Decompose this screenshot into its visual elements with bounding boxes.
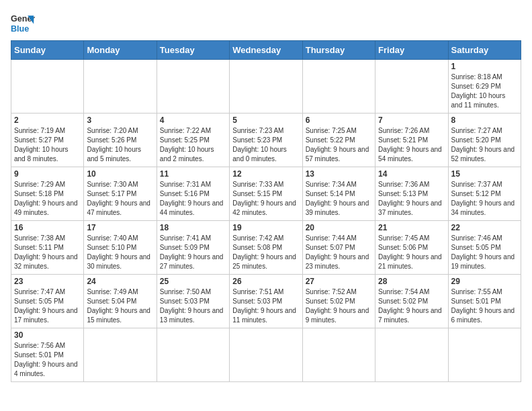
- calendar-body: 1Sunrise: 8:18 AM Sunset: 6:29 PM Daylig…: [11, 60, 521, 382]
- day-info: Sunrise: 7:51 AM Sunset: 5:03 PM Dayligh…: [232, 287, 299, 325]
- calendar-week-row: 9Sunrise: 7:29 AM Sunset: 5:18 PM Daylig…: [11, 167, 521, 221]
- day-info: Sunrise: 7:37 AM Sunset: 5:12 PM Dayligh…: [451, 180, 518, 218]
- day-info: Sunrise: 7:49 AM Sunset: 5:04 PM Dayligh…: [87, 287, 153, 325]
- calendar-cell: 26Sunrise: 7:51 AM Sunset: 5:03 PM Dayli…: [230, 275, 302, 328]
- calendar-cell: 14Sunrise: 7:36 AM Sunset: 5:13 PM Dayli…: [375, 167, 448, 221]
- calendar-cell: 28Sunrise: 7:54 AM Sunset: 5:02 PM Dayli…: [375, 275, 448, 328]
- day-number: 22: [451, 223, 518, 232]
- day-info: Sunrise: 7:26 AM Sunset: 5:21 PM Dayligh…: [378, 126, 445, 164]
- day-info: Sunrise: 7:47 AM Sunset: 5:05 PM Dayligh…: [14, 287, 81, 325]
- day-number: 4: [160, 116, 226, 125]
- day-number: 2: [14, 116, 81, 125]
- calendar-cell: [11, 60, 84, 113]
- day-info: Sunrise: 7:19 AM Sunset: 5:27 PM Dayligh…: [14, 126, 81, 164]
- calendar-cell: 18Sunrise: 7:41 AM Sunset: 5:09 PM Dayli…: [157, 221, 229, 275]
- day-number: 12: [232, 169, 299, 179]
- day-number: 27: [306, 277, 372, 286]
- calendar-table: SundayMondayTuesdayWednesdayThursdayFrid…: [11, 40, 521, 382]
- day-number: 10: [87, 169, 153, 179]
- calendar-cell: 11Sunrise: 7:31 AM Sunset: 5:16 PM Dayli…: [157, 167, 229, 221]
- calendar-cell: 9Sunrise: 7:29 AM Sunset: 5:18 PM Daylig…: [11, 167, 84, 221]
- day-info: Sunrise: 7:38 AM Sunset: 5:11 PM Dayligh…: [14, 234, 81, 271]
- day-number: 23: [14, 277, 81, 286]
- day-number: 5: [232, 116, 299, 125]
- calendar-cell: 16Sunrise: 7:38 AM Sunset: 5:11 PM Dayli…: [11, 221, 84, 275]
- calendar-cell: [157, 328, 229, 382]
- day-number: 13: [306, 169, 372, 179]
- day-number: 8: [451, 116, 518, 125]
- day-info: Sunrise: 7:33 AM Sunset: 5:15 PM Dayligh…: [232, 180, 299, 218]
- calendar-cell: [84, 328, 157, 382]
- day-info: Sunrise: 7:36 AM Sunset: 5:13 PM Dayligh…: [378, 180, 445, 218]
- day-number: 3: [87, 116, 153, 125]
- calendar-week-row: 23Sunrise: 7:47 AM Sunset: 5:05 PM Dayli…: [11, 275, 521, 328]
- day-of-week-header: Wednesday: [230, 41, 302, 60]
- day-of-week-header: Saturday: [448, 41, 521, 60]
- day-info: Sunrise: 7:25 AM Sunset: 5:22 PM Dayligh…: [306, 126, 372, 164]
- day-of-week-header: Tuesday: [157, 41, 229, 60]
- day-info: Sunrise: 7:46 AM Sunset: 5:05 PM Dayligh…: [451, 234, 518, 271]
- day-of-week-header: Friday: [375, 41, 448, 60]
- day-number: 1: [451, 62, 518, 71]
- day-info: Sunrise: 7:29 AM Sunset: 5:18 PM Dayligh…: [14, 180, 81, 218]
- day-number: 28: [378, 277, 445, 286]
- calendar-cell: [448, 328, 521, 382]
- day-info: Sunrise: 7:40 AM Sunset: 5:10 PM Dayligh…: [87, 234, 153, 271]
- day-number: 15: [451, 169, 518, 179]
- day-number: 9: [14, 169, 81, 179]
- day-info: Sunrise: 7:42 AM Sunset: 5:08 PM Dayligh…: [232, 234, 299, 271]
- day-info: Sunrise: 7:56 AM Sunset: 5:01 PM Dayligh…: [14, 341, 81, 379]
- day-info: Sunrise: 7:41 AM Sunset: 5:09 PM Dayligh…: [160, 234, 226, 271]
- day-number: 6: [306, 116, 372, 125]
- calendar-cell: 17Sunrise: 7:40 AM Sunset: 5:10 PM Dayli…: [84, 221, 157, 275]
- calendar-cell: 22Sunrise: 7:46 AM Sunset: 5:05 PM Dayli…: [448, 221, 521, 275]
- day-info: Sunrise: 7:54 AM Sunset: 5:02 PM Dayligh…: [378, 287, 445, 325]
- calendar-cell: 1Sunrise: 8:18 AM Sunset: 6:29 PM Daylig…: [448, 60, 521, 113]
- calendar-cell: 10Sunrise: 7:30 AM Sunset: 5:17 PM Dayli…: [84, 167, 157, 221]
- calendar-cell: [230, 328, 302, 382]
- day-number: 24: [87, 277, 153, 286]
- day-info: Sunrise: 7:50 AM Sunset: 5:03 PM Dayligh…: [160, 287, 226, 325]
- day-info: Sunrise: 7:20 AM Sunset: 5:26 PM Dayligh…: [87, 126, 153, 164]
- day-of-week-header: Sunday: [11, 41, 84, 60]
- calendar-cell: 4Sunrise: 7:22 AM Sunset: 5:25 PM Daylig…: [157, 113, 229, 167]
- calendar-cell: [302, 60, 375, 113]
- calendar-cell: 29Sunrise: 7:55 AM Sunset: 5:01 PM Dayli…: [448, 275, 521, 328]
- calendar-header: SundayMondayTuesdayWednesdayThursdayFrid…: [11, 41, 521, 60]
- calendar-cell: [84, 60, 157, 113]
- day-number: 14: [378, 169, 445, 179]
- calendar-cell: 6Sunrise: 7:25 AM Sunset: 5:22 PM Daylig…: [302, 113, 375, 167]
- calendar-cell: 13Sunrise: 7:34 AM Sunset: 5:14 PM Dayli…: [302, 167, 375, 221]
- day-info: Sunrise: 7:52 AM Sunset: 5:02 PM Dayligh…: [306, 287, 372, 325]
- day-number: 25: [160, 277, 226, 286]
- calendar-cell: 23Sunrise: 7:47 AM Sunset: 5:05 PM Dayli…: [11, 275, 84, 328]
- calendar-cell: 7Sunrise: 7:26 AM Sunset: 5:21 PM Daylig…: [375, 113, 448, 167]
- day-of-week-header: Monday: [84, 41, 157, 60]
- day-number: 26: [232, 277, 299, 286]
- svg-text:Blue: Blue: [11, 24, 29, 34]
- calendar-cell: 8Sunrise: 7:27 AM Sunset: 5:20 PM Daylig…: [448, 113, 521, 167]
- day-number: 11: [160, 169, 226, 179]
- calendar-cell: 27Sunrise: 7:52 AM Sunset: 5:02 PM Dayli…: [302, 275, 375, 328]
- day-number: 17: [87, 223, 153, 232]
- day-info: Sunrise: 7:30 AM Sunset: 5:17 PM Dayligh…: [87, 180, 153, 218]
- calendar-week-row: 2Sunrise: 7:19 AM Sunset: 5:27 PM Daylig…: [11, 113, 521, 167]
- day-number: 20: [306, 223, 372, 232]
- calendar-cell: [230, 60, 302, 113]
- calendar-cell: 24Sunrise: 7:49 AM Sunset: 5:04 PM Dayli…: [84, 275, 157, 328]
- calendar-cell: [375, 60, 448, 113]
- calendar-week-row: 16Sunrise: 7:38 AM Sunset: 5:11 PM Dayli…: [11, 221, 521, 275]
- day-number: 18: [160, 223, 226, 232]
- calendar-cell: [157, 60, 229, 113]
- calendar-cell: 19Sunrise: 7:42 AM Sunset: 5:08 PM Dayli…: [230, 221, 302, 275]
- calendar-cell: [375, 328, 448, 382]
- calendar-cell: 15Sunrise: 7:37 AM Sunset: 5:12 PM Dayli…: [448, 167, 521, 221]
- day-info: Sunrise: 7:23 AM Sunset: 5:23 PM Dayligh…: [232, 126, 299, 164]
- calendar-cell: [302, 328, 375, 382]
- day-info: Sunrise: 7:44 AM Sunset: 5:07 PM Dayligh…: [306, 234, 372, 271]
- generalblue-logo-icon: General Blue: [11, 11, 35, 35]
- calendar-cell: 5Sunrise: 7:23 AM Sunset: 5:23 PM Daylig…: [230, 113, 302, 167]
- calendar-cell: 20Sunrise: 7:44 AM Sunset: 5:07 PM Dayli…: [302, 221, 375, 275]
- day-number: 7: [378, 116, 445, 125]
- day-info: Sunrise: 7:45 AM Sunset: 5:06 PM Dayligh…: [378, 234, 445, 271]
